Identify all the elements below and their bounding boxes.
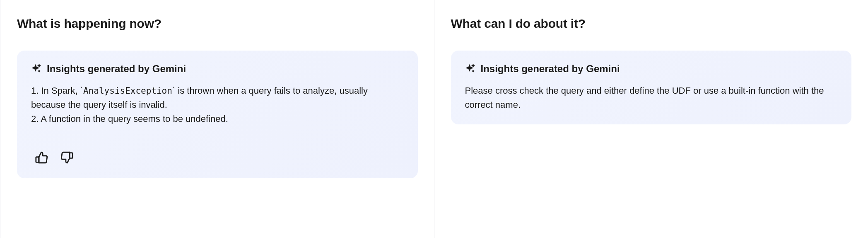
sparkle-icon [31,63,42,74]
happening-now-card: Insights generated by Gemini 1. In Spark… [17,51,418,178]
insight-line-1: 1. In Spark, `AnalysisException` is thro… [31,84,404,112]
what-can-i-do-section: What can I do about it? Insights generat… [434,0,868,238]
insight-line-2: 2. A function in the query seems to be u… [31,112,404,126]
happening-now-section: What is happening now? Insights generate… [0,0,434,238]
thumbs-down-button[interactable] [58,149,75,166]
what-can-i-do-heading: What can I do about it? [451,17,852,31]
feedback-row [31,149,404,166]
code-token: AnalysisException [83,86,172,96]
card-header: Insights generated by Gemini [31,63,404,75]
card-body: 1. In Spark, `AnalysisException` is thro… [31,84,404,126]
card-heading: Insights generated by Gemini [47,63,186,75]
card-heading: Insights generated by Gemini [481,63,620,75]
thumbs-up-icon [35,151,49,165]
sparkle-icon [465,63,476,74]
card-header: Insights generated by Gemini [465,63,838,75]
card-body: Please cross check the query and either … [465,84,838,112]
thumbs-down-icon [60,151,74,165]
happening-now-heading: What is happening now? [17,17,418,31]
what-can-i-do-card: Insights generated by Gemini Please cros… [451,51,852,124]
recommendation-text: Please cross check the query and either … [465,84,838,112]
thumbs-up-button[interactable] [34,149,50,166]
